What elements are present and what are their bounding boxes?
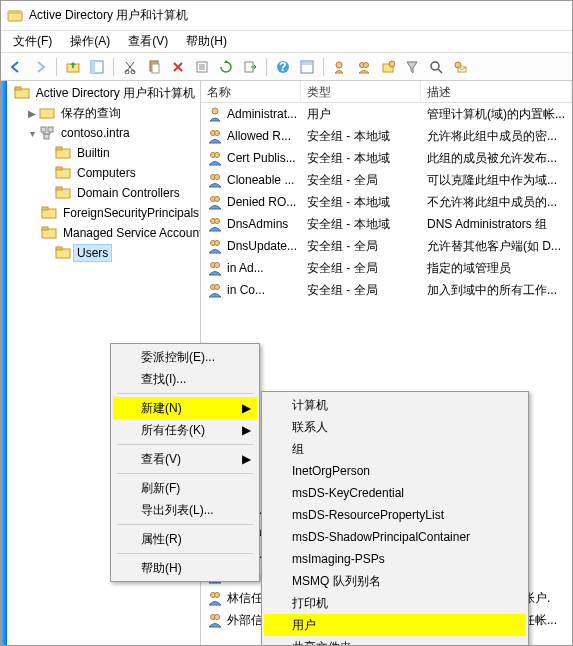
list-desc: 指定的域管理员 [421, 260, 572, 277]
ctx-view[interactable]: 查看(V)▶ [113, 448, 257, 470]
new-submenu-item[interactable]: MSMQ 队列别名 [264, 570, 526, 592]
show-hide-tree-button[interactable] [86, 56, 108, 78]
toolbar-separator [113, 58, 114, 76]
new-submenu-item[interactable]: 用户 [264, 614, 526, 636]
list-row[interactable]: in Co...安全组 - 全局加入到域中的所有工作... [201, 279, 572, 301]
add-ou-button[interactable] [377, 56, 399, 78]
refresh-button[interactable] [215, 56, 237, 78]
add-group-button[interactable] [353, 56, 375, 78]
list-row[interactable]: Cloneable ...安全组 - 全局可以克隆此组中作为域... [201, 169, 572, 191]
ctx-export[interactable]: 导出列表(L)... [113, 499, 257, 521]
column-name[interactable]: 名称 [201, 81, 301, 102]
copy-button[interactable] [143, 56, 165, 78]
tree-node-builtin[interactable]: Builtin [7, 143, 200, 163]
expand-icon[interactable]: ▶ [25, 108, 39, 119]
new-submenu-item[interactable]: msDS-ShadowPrincipalContainer [264, 526, 526, 548]
svg-point-52 [215, 153, 220, 158]
list-row[interactable]: DnsUpdate...安全组 - 全局允许替其他客户端(如 D... [201, 235, 572, 257]
group-icon [207, 216, 223, 232]
new-submenu-item[interactable]: 打印机 [264, 592, 526, 614]
list-row[interactable] [201, 323, 572, 345]
column-desc[interactable]: 描述 [421, 81, 572, 102]
menu-action[interactable]: 操作(A) [62, 31, 118, 52]
list-row[interactable] [201, 301, 572, 323]
list-type: 安全组 - 本地域 [301, 150, 421, 167]
list-type: 用户 [301, 106, 421, 123]
toolbar-separator [323, 58, 324, 76]
list-row[interactable]: Administrat...用户管理计算机(域)的内置帐... [201, 103, 572, 125]
add-user-button[interactable] [329, 56, 351, 78]
column-type[interactable]: 类型 [301, 81, 421, 102]
new-submenu-item[interactable]: msDS-KeyCredential [264, 482, 526, 504]
list-row[interactable]: in Ad...安全组 - 全局指定的域管理员 [201, 257, 572, 279]
svg-point-18 [336, 62, 342, 68]
export-button[interactable] [239, 56, 261, 78]
list-row[interactable]: Allowed R...安全组 - 本地域允许将此组中成员的密... [201, 125, 572, 147]
new-submenu-item[interactable]: 计算机 [264, 394, 526, 416]
ctx-refresh[interactable]: 刷新(F) [113, 477, 257, 499]
new-submenu-item[interactable]: 联系人 [264, 416, 526, 438]
ctx-help[interactable]: 帮助(H) [113, 557, 257, 579]
ctx-properties[interactable]: 属性(R) [113, 528, 257, 550]
list-row[interactable]: DnsAdmins安全组 - 本地域DNS Administrators 组 [201, 213, 572, 235]
list-desc: 允许替其他客户端(如 D... [421, 238, 572, 255]
menu-help[interactable]: 帮助(H) [178, 31, 235, 52]
collapse-icon[interactable]: ▾ [25, 128, 39, 139]
list-type: 安全组 - 本地域 [301, 216, 421, 233]
new-submenu-item[interactable]: msImaging-PSPs [264, 548, 526, 570]
folder-icon [55, 245, 71, 261]
group-icon [207, 128, 223, 144]
chevron-right-icon: ▶ [242, 452, 251, 466]
properties-button[interactable] [191, 56, 213, 78]
back-button[interactable] [5, 56, 27, 78]
forward-button[interactable] [29, 56, 51, 78]
new-submenu-item[interactable]: 共享文件夹 [264, 636, 526, 646]
tree-root[interactable]: Active Directory 用户和计算机 [7, 83, 200, 103]
svg-point-76 [215, 615, 220, 620]
cut-button[interactable] [119, 56, 141, 78]
blank-icon [207, 304, 223, 320]
folder-icon [41, 205, 57, 221]
chevron-right-icon: ▶ [242, 401, 251, 415]
tree-node-computers[interactable]: Computers [7, 163, 200, 183]
group-icon [207, 194, 223, 210]
menu-view[interactable]: 查看(V) [120, 31, 176, 52]
group-icon [207, 172, 223, 188]
mail-button[interactable] [449, 56, 471, 78]
find-button[interactable] [425, 56, 447, 78]
svg-point-50 [215, 131, 220, 136]
group-icon [207, 590, 223, 606]
filter-button[interactable] [401, 56, 423, 78]
tree-domain[interactable]: ▾ contoso.intra [7, 123, 200, 143]
new-submenu-item[interactable]: msDS-ResourcePropertyList [264, 504, 526, 526]
svg-rect-17 [302, 62, 312, 65]
up-button[interactable] [62, 56, 84, 78]
list-row[interactable]: Denied RO...安全组 - 本地域不允许将此组中成员的... [201, 191, 572, 213]
help-topics-button[interactable]: ? [272, 56, 294, 78]
new-submenu-item[interactable]: 组 [264, 438, 526, 460]
svg-point-23 [431, 62, 439, 70]
new-submenu-item[interactable]: InetOrgPerson [264, 460, 526, 482]
svg-rect-41 [56, 187, 62, 190]
list-row[interactable]: Cert Publis...安全组 - 本地域此组的成员被允许发布... [201, 147, 572, 169]
tree-saved-queries[interactable]: ▶ 保存的查询 [7, 103, 200, 123]
tree-node-foreignsecurityprincipals[interactable]: ForeignSecurityPrincipals [7, 203, 200, 223]
list-type: 安全组 - 全局 [301, 172, 421, 189]
menu-file[interactable]: 文件(F) [5, 31, 60, 52]
list-desc: 此组的成员被允许发布... [421, 150, 572, 167]
list-name: in Co... [227, 283, 265, 297]
list-name: Allowed R... [227, 129, 291, 143]
ctx-delegate[interactable]: 委派控制(E)... [113, 346, 257, 368]
delete-button[interactable] [167, 56, 189, 78]
ctx-find[interactable]: 查找(I)... [113, 368, 257, 390]
tree-node-users[interactable]: Users [7, 243, 200, 263]
ctx-all-tasks[interactable]: 所有任务(K)▶ [113, 419, 257, 441]
options-button[interactable] [296, 56, 318, 78]
tree-node-managed-service-accounts[interactable]: Managed Service Accounts [7, 223, 200, 243]
tree-node-domain-controllers[interactable]: Domain Controllers [7, 183, 200, 203]
svg-point-74 [215, 593, 220, 598]
ctx-new[interactable]: 新建(N)▶ [113, 397, 257, 419]
list-desc: 管理计算机(域)的内置帐... [421, 106, 572, 123]
list-name: Cloneable ... [227, 173, 294, 187]
tree-node-label: Users [74, 245, 111, 261]
